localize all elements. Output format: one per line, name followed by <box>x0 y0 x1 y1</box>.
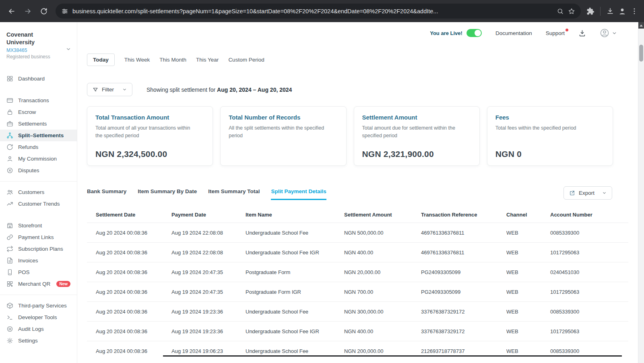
support-link[interactable]: Support <box>546 30 565 36</box>
split-branch-icon <box>6 132 13 139</box>
sidebar-item-my-commission[interactable]: My Commission <box>0 153 77 165</box>
sidebar-item-transactions[interactable]: Transactions <box>0 95 77 106</box>
tab-item-summary-total[interactable]: Item Summary Total <box>208 188 260 200</box>
card-amount: NGN 2,324,500.00 <box>95 149 204 159</box>
table-row[interactable]: Aug 20 2024 00:08:36 Aug 19 2024 20:47:3… <box>87 262 628 282</box>
table-row[interactable]: Aug 20 2024 00:08:36 Aug 19 2024 20:47:3… <box>87 282 628 302</box>
table-row[interactable]: Aug 20 2024 00:08:36 Aug 19 2024 19:23:3… <box>87 302 628 322</box>
card-total-number-of-records: Total Number of Records All the split se… <box>220 106 346 166</box>
sidebar-item-storefront[interactable]: Storefront <box>0 220 77 231</box>
sidebar-item-dashboard[interactable]: Dashboard <box>0 73 77 85</box>
card-description: Total amount of all your transactions wi… <box>95 124 204 140</box>
page-scrollbar[interactable] <box>638 22 644 363</box>
sidebar-item-label: Refunds <box>18 144 38 150</box>
sidebar-item-pos[interactable]: POS <box>0 266 77 278</box>
sidebar-item-invoices[interactable]: Invoices <box>0 255 77 266</box>
card-amount: NGN 2,321,900.00 <box>362 149 471 159</box>
scrollbar-thumb[interactable] <box>639 45 643 62</box>
sidebar-item-label: Split–Settlements <box>18 132 64 138</box>
bookmark-star-icon[interactable] <box>568 8 575 15</box>
content: Today This Week This Month This Year Cus… <box>77 44 638 361</box>
filter-button[interactable]: Filter <box>87 83 132 96</box>
sidebar-item-audit-logs[interactable]: Audit Logs <box>0 323 77 335</box>
download-icon <box>606 7 614 15</box>
cell-settlement-amount: NGN 500,000.00 <box>344 230 421 236</box>
downloads-button[interactable] <box>605 6 616 17</box>
browser-forward-button[interactable] <box>20 4 35 19</box>
cell-settlement-amount: NGN 20,000.00 <box>344 269 421 275</box>
cell-transaction-reference: 469761336376811 <box>421 250 506 256</box>
sidebar-item-settings[interactable]: Settings <box>0 335 77 346</box>
column-header: Channel <box>506 212 550 218</box>
tab-item-summary-by-date[interactable]: Item Summary By Date <box>138 188 197 200</box>
notification-dot <box>566 29 568 31</box>
sidebar-item-split-settlements[interactable]: Split–Settlements <box>0 130 77 141</box>
period-tab-this-month[interactable]: This Month <box>159 57 186 63</box>
sidebar-item-label: Disputes <box>18 167 39 173</box>
period-tab-today[interactable]: Today <box>87 54 115 66</box>
browser-back-button[interactable] <box>4 4 19 19</box>
period-tab-this-week[interactable]: This Week <box>124 57 150 63</box>
extensions-button[interactable] <box>585 6 596 17</box>
sidebar-item-disputes[interactable]: Disputes <box>0 165 77 176</box>
account-menu[interactable] <box>600 28 617 38</box>
site-settings-icon[interactable] <box>61 8 68 15</box>
table-row[interactable]: Aug 20 2024 00:08:36 Aug 19 2024 19:06:2… <box>87 341 628 361</box>
filter-row: Filter Showing split settlement for Aug … <box>87 83 628 96</box>
app-window: Covenant University MX38465 Registered b… <box>0 22 638 363</box>
period-tab-this-year[interactable]: This Year <box>196 57 219 63</box>
table-row[interactable]: Aug 20 2024 00:08:36 Aug 19 2024 22:08:0… <box>87 223 628 243</box>
users-icon <box>6 189 13 196</box>
sidebar-item-refunds[interactable]: Refunds <box>0 141 77 153</box>
scrollbar-up-button[interactable] <box>638 22 644 29</box>
export-button[interactable]: Export <box>564 186 612 200</box>
period-tab-custom-period[interactable]: Custom Period <box>228 57 264 63</box>
sidebar-item-customer-trends[interactable]: Customer Trends <box>0 198 77 210</box>
org-name: Covenant University <box>6 31 55 46</box>
browser-profile-button[interactable] <box>617 6 628 17</box>
cell-settlement-date: Aug 20 2024 00:08:36 <box>96 328 171 334</box>
summary-cards: Total Transaction Amount Total amount of… <box>87 106 613 166</box>
tab-split-payment-details[interactable]: Split Payment Details <box>271 188 326 200</box>
table-row[interactable]: Aug 20 2024 00:08:36 Aug 19 2024 22:08:0… <box>87 243 628 262</box>
address-bar[interactable]: business.quickteller.com/split-settlemen… <box>56 4 581 19</box>
cell-transaction-reference: PG24093305099 <box>421 269 506 275</box>
chevron-down-icon <box>612 31 617 36</box>
header-download-button[interactable] <box>578 29 586 37</box>
sidebar-item-escrow[interactable]: Escrow <box>0 106 77 118</box>
sidebar-item-customers[interactable]: Customers <box>0 186 77 198</box>
export-label: Export <box>579 190 594 196</box>
qr-code-icon <box>6 280 13 287</box>
sidebar-item-developer-tools[interactable]: Developer Tools <box>0 311 77 323</box>
arrow-right-icon <box>24 7 32 15</box>
sidebar-group-gap <box>0 210 77 220</box>
url-text[interactable]: business.quickteller.com/split-settlemen… <box>72 8 553 14</box>
sidebar-item-merchant-qr[interactable]: Merchant QR New <box>0 278 77 290</box>
browser-reload-button[interactable] <box>36 4 52 19</box>
cell-settlement-date: Aug 20 2024 00:08:36 <box>96 309 171 315</box>
sidebar-item-subscription-plans[interactable]: Subscription Plans <box>0 243 77 255</box>
cell-account-number: 1017295063 <box>550 289 628 295</box>
target-icon <box>6 326 13 332</box>
org-switcher[interactable]: Covenant University MX38465 Registered b… <box>0 31 77 60</box>
sidebar-item-payment-links[interactable]: Payment Links <box>0 231 77 243</box>
sidebar-item-settlements[interactable]: Settlements <box>0 118 77 130</box>
cell-settlement-amount: NGN 400.00 <box>344 328 421 334</box>
browser-menu-button[interactable] <box>629 6 640 17</box>
sidebar-item-third-party-services[interactable]: Third-party Services <box>0 300 77 311</box>
live-toggle[interactable] <box>466 29 482 37</box>
documentation-link[interactable]: Documentation <box>495 30 532 36</box>
cell-transaction-reference: 469761336376811 <box>421 230 506 236</box>
refresh-icon <box>6 144 13 151</box>
tab-bank-summary[interactable]: Bank Summary <box>87 188 126 200</box>
zoom-icon[interactable] <box>557 8 564 15</box>
pos-terminal-icon <box>6 269 13 276</box>
storefront-icon <box>6 222 13 229</box>
cell-payment-date: Aug 19 2024 20:47:35 <box>171 269 246 275</box>
table-row[interactable]: Aug 20 2024 00:08:36 Aug 19 2024 19:23:3… <box>87 322 628 341</box>
terminal-icon <box>6 314 13 321</box>
chevron-down-icon[interactable] <box>66 46 71 54</box>
sidebar-item-label: POS <box>18 269 30 275</box>
sidebar-item-label: Settings <box>18 338 38 344</box>
cell-transaction-reference: 337676387329172 <box>421 328 506 334</box>
